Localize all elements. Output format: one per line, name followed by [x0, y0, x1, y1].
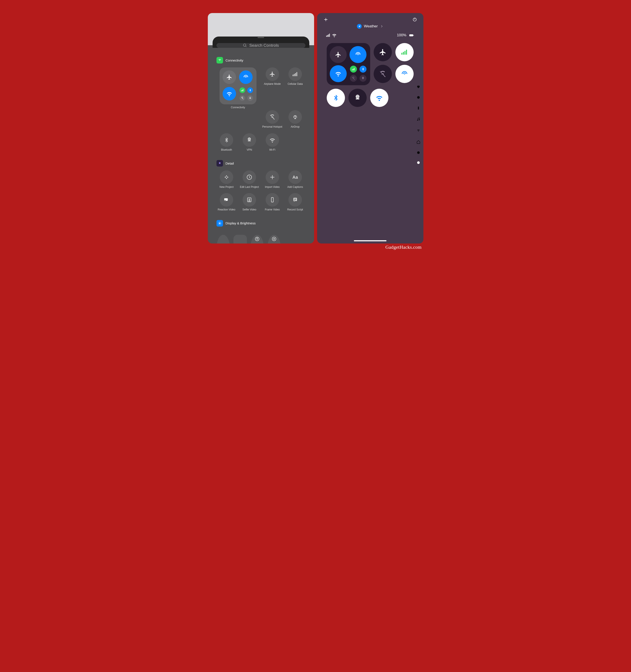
search-icon [243, 43, 247, 48]
airdrop-icon [288, 110, 302, 124]
page-music-icon [416, 117, 420, 121]
connectivity-composite[interactable] [220, 67, 257, 104]
cellular-toggle[interactable] [239, 70, 252, 84]
page-indicator[interactable] [416, 85, 420, 164]
search-placeholder: Search Controls [249, 43, 279, 48]
script-icon [288, 193, 302, 207]
page-dot-current [417, 161, 420, 164]
control-center-edit-panel: Weather 100% [317, 13, 423, 243]
wifi-toggle[interactable] [330, 65, 347, 82]
airplane-toggle[interactable] [223, 70, 236, 84]
hotspot-control[interactable]: Personal Hotspot [262, 110, 282, 128]
bluetooth-icon [220, 133, 233, 147]
chevron-right-icon [380, 25, 383, 28]
person-icon [243, 193, 256, 207]
hotspot-icon [266, 110, 279, 124]
phone-icon [266, 193, 279, 207]
wifi-toggle[interactable] [223, 87, 236, 100]
airdrop-control[interactable]: AirDrop [285, 110, 305, 128]
airplane-tile[interactable] [374, 43, 392, 61]
plus-icon [266, 170, 279, 184]
vpn-mini-icon [247, 95, 253, 101]
page-dot [417, 151, 420, 154]
cellular-mini-icon [240, 88, 245, 93]
cellular-mini-icon [350, 66, 357, 73]
section-title: Connectivity [226, 58, 243, 62]
rotation-lock-control[interactable] [250, 235, 264, 243]
section-header-detail: Detail [217, 160, 306, 167]
airplane-control[interactable]: Airplane Mode [262, 67, 282, 109]
airplane-icon [266, 67, 279, 81]
peek-slider[interactable] [234, 235, 247, 243]
section-title: Display & Brightness [226, 221, 256, 225]
display-row-peek [217, 235, 306, 243]
bluetooth-mini-icon [247, 88, 253, 93]
cellular-icon [288, 67, 302, 81]
captions-icon [288, 170, 302, 184]
airdrop-toggle[interactable] [349, 46, 366, 63]
battery-icon [408, 32, 415, 38]
airplane-toggle[interactable] [330, 46, 347, 63]
wifi-status-icon [332, 33, 337, 38]
wifi-icon [266, 133, 279, 147]
status-bar: 100% [317, 31, 423, 43]
page-heart-icon [416, 85, 420, 89]
add-captions-control[interactable]: Add Captions [285, 170, 305, 189]
frame-video-control[interactable]: Frame Video [262, 193, 282, 211]
vpn-icon [243, 133, 256, 147]
shutter-icon [220, 170, 233, 184]
pip-icon [220, 193, 233, 207]
detail-app-icon [217, 160, 223, 167]
clock-icon [243, 170, 256, 184]
wifi-tile[interactable] [370, 89, 388, 107]
hotspot-mini-icon [350, 75, 357, 82]
cellular-tile[interactable] [395, 43, 414, 61]
search-field[interactable]: Search Controls [217, 43, 306, 48]
vpn-control[interactable]: VPN [239, 133, 260, 151]
page-dot [417, 96, 420, 99]
bluetooth-mini-icon [360, 66, 366, 73]
wifi-control[interactable]: Wi-Fi [262, 133, 282, 151]
home-indicator[interactable] [354, 240, 386, 241]
section-title: Detail [226, 162, 234, 165]
focus-label: Weather [364, 24, 378, 28]
hotspot-tile[interactable] [374, 65, 392, 83]
watermark: GadgetHacks.com [385, 244, 421, 250]
connectivity-tile[interactable] [327, 43, 370, 85]
control-label: Connectivity [231, 106, 245, 109]
selfie-video-control[interactable]: Selfie Video [239, 193, 260, 211]
hotspot-mini-icon [240, 95, 245, 101]
new-project-control[interactable]: New Project [217, 170, 237, 189]
vpn-mini-icon [360, 75, 366, 82]
import-video-control[interactable]: Import Video [262, 170, 282, 189]
vpn-tile[interactable] [348, 89, 367, 107]
screenshot-frame: Search Controls Connectivity [202, 8, 429, 249]
peek-control[interactable] [217, 235, 230, 243]
reaction-video-control[interactable]: Reaction Video [217, 193, 237, 211]
battery-pct: 100% [397, 33, 406, 38]
edit-last-control[interactable]: Edit Last Project [239, 170, 260, 189]
bluetooth-tile[interactable] [327, 89, 345, 107]
location-icon [357, 24, 362, 29]
add-button[interactable] [323, 17, 329, 22]
display-app-icon [217, 220, 223, 226]
power-button[interactable] [412, 17, 417, 22]
focus-pill[interactable]: Weather [317, 24, 423, 31]
section-header-display: Display & Brightness [217, 220, 306, 226]
bluetooth-control[interactable]: Bluetooth [217, 133, 237, 151]
phone-notch [258, 37, 264, 38]
section-header-connectivity: Connectivity [217, 57, 306, 64]
screen-record-control[interactable] [267, 235, 281, 243]
page-broadcast-icon [416, 129, 420, 133]
signal-icon [326, 33, 331, 38]
controls-gallery-panel: Search Controls Connectivity [208, 13, 314, 243]
record-script-control[interactable]: Record Script [285, 193, 305, 211]
page-remote-icon [416, 106, 420, 110]
page-home-icon [416, 140, 420, 144]
connectivity-app-icon [217, 57, 223, 64]
cellular-control[interactable]: Cellular Data [285, 67, 305, 109]
airdrop-tile[interactable] [395, 65, 414, 83]
